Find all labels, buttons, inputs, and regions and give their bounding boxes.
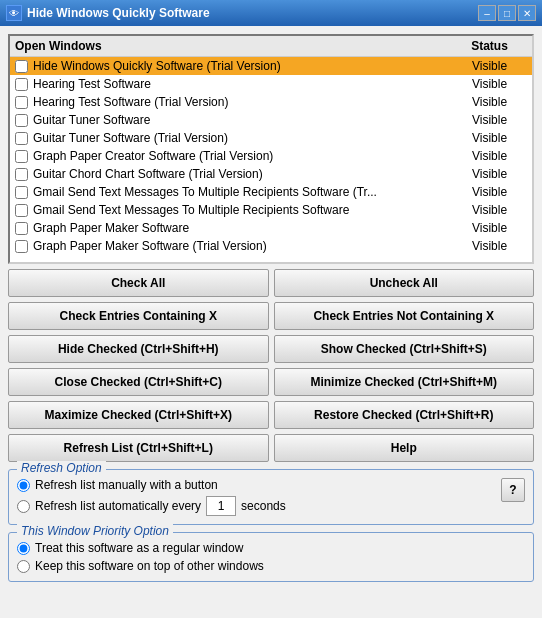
list-item[interactable]: Guitar Chord Chart Software (Trial Versi…	[10, 165, 532, 183]
list-item[interactable]: Hearing Test SoftwareVisible	[10, 75, 532, 93]
column-header-status: Status	[452, 39, 527, 53]
hide-show-row: Hide Checked (Ctrl+Shift+H) Show Checked…	[8, 335, 534, 363]
list-item[interactable]: Hearing Test Software (Trial Version)Vis…	[10, 93, 532, 111]
list-item-checkbox[interactable]	[15, 150, 28, 163]
maximize-button[interactable]: □	[498, 5, 516, 21]
list-item-checkbox[interactable]	[15, 96, 28, 109]
refresh-option-group: Refresh Option Refresh list manually wit…	[8, 469, 534, 525]
list-item-name: Gmail Send Text Messages To Multiple Rec…	[33, 203, 452, 217]
list-item-checkbox[interactable]	[15, 240, 28, 253]
list-item[interactable]: Graph Paper Maker SoftwareVisible	[10, 219, 532, 237]
list-item[interactable]: Hide Windows Quickly Software (Trial Ver…	[10, 57, 532, 75]
check-containing-row: Check Entries Containing X Check Entries…	[8, 302, 534, 330]
list-item[interactable]: Guitar Tuner Software (Trial Version)Vis…	[10, 129, 532, 147]
show-checked-button[interactable]: Show Checked (Ctrl+Shift+S)	[274, 335, 535, 363]
refresh-auto-row: Refresh list automatically every seconds	[17, 496, 501, 516]
list-item-status: Visible	[452, 203, 527, 217]
list-item-status: Visible	[452, 131, 527, 145]
list-item-checkbox[interactable]	[15, 114, 28, 127]
list-item[interactable]: Gmail Send Text Messages To Multiple Rec…	[10, 183, 532, 201]
app-icon: 👁	[6, 5, 22, 21]
main-content: Open Windows Status Hide Windows Quickly…	[0, 26, 542, 618]
refresh-manual-row: Refresh list manually with a button	[17, 478, 501, 492]
list-item-checkbox[interactable]	[15, 204, 28, 217]
help-button[interactable]: Help	[274, 434, 535, 462]
list-item-name: Guitar Tuner Software (Trial Version)	[33, 131, 452, 145]
list-item-status: Visible	[452, 185, 527, 199]
refresh-help-row: Refresh List (Ctrl+Shift+L) Help	[8, 434, 534, 462]
list-item-name: Hearing Test Software	[33, 77, 452, 91]
list-item-status: Visible	[452, 221, 527, 235]
list-item-status: Visible	[452, 149, 527, 163]
minimize-button[interactable]: –	[478, 5, 496, 21]
minimize-checked-button[interactable]: Minimize Checked (Ctrl+Shift+M)	[274, 368, 535, 396]
list-header: Open Windows Status	[10, 36, 532, 57]
list-item-status: Visible	[452, 167, 527, 181]
list-item-checkbox[interactable]	[15, 186, 28, 199]
list-item-status: Visible	[452, 113, 527, 127]
list-item-checkbox[interactable]	[15, 222, 28, 235]
priority-ontop-row: Keep this software on top of other windo…	[17, 559, 525, 573]
close-checked-button[interactable]: Close Checked (Ctrl+Shift+C)	[8, 368, 269, 396]
check-all-button[interactable]: Check All	[8, 269, 269, 297]
title-text: Hide Windows Quickly Software	[27, 6, 210, 20]
refresh-help-small-button[interactable]: ?	[501, 478, 525, 502]
refresh-auto-radio[interactable]	[17, 500, 30, 513]
priority-ontop-radio[interactable]	[17, 560, 30, 573]
refresh-list-button[interactable]: Refresh List (Ctrl+Shift+L)	[8, 434, 269, 462]
refresh-auto-label: Refresh list automatically every	[35, 499, 201, 513]
list-item-name: Graph Paper Creator Software (Trial Vers…	[33, 149, 452, 163]
check-not-containing-button[interactable]: Check Entries Not Containing X	[274, 302, 535, 330]
list-item-checkbox[interactable]	[15, 78, 28, 91]
close-button[interactable]: ✕	[518, 5, 536, 21]
list-item[interactable]: Guitar Tuner SoftwareVisible	[10, 111, 532, 129]
check-all-row: Check All Uncheck All	[8, 269, 534, 297]
list-scroll-area[interactable]: Hide Windows Quickly Software (Trial Ver…	[10, 57, 532, 262]
check-containing-button[interactable]: Check Entries Containing X	[8, 302, 269, 330]
priority-option-title: This Window Priority Option	[17, 524, 173, 538]
list-item[interactable]: Graph Paper Maker Software (Trial Versio…	[10, 237, 532, 255]
refresh-interval-input[interactable]	[206, 496, 236, 516]
priority-regular-radio[interactable]	[17, 542, 30, 555]
list-item-name: Graph Paper Maker Software (Trial Versio…	[33, 239, 452, 253]
list-item[interactable]: Gmail Send Text Messages To Multiple Rec…	[10, 201, 532, 219]
maximize-checked-button[interactable]: Maximize Checked (Ctrl+Shift+X)	[8, 401, 269, 429]
title-bar: 👁 Hide Windows Quickly Software – □ ✕	[0, 0, 542, 26]
maximize-restore-row: Maximize Checked (Ctrl+Shift+X) Restore …	[8, 401, 534, 429]
refresh-option-title: Refresh Option	[17, 461, 106, 475]
list-item-name: Guitar Chord Chart Software (Trial Versi…	[33, 167, 452, 181]
column-header-name: Open Windows	[15, 39, 452, 53]
uncheck-all-button[interactable]: Uncheck All	[274, 269, 535, 297]
list-item-name: Hide Windows Quickly Software (Trial Ver…	[33, 59, 452, 73]
list-item-checkbox[interactable]	[15, 132, 28, 145]
list-item-name: Hearing Test Software (Trial Version)	[33, 95, 452, 109]
list-item-checkbox[interactable]	[15, 60, 28, 73]
hide-checked-button[interactable]: Hide Checked (Ctrl+Shift+H)	[8, 335, 269, 363]
list-item-checkbox[interactable]	[15, 168, 28, 181]
list-item-name: Guitar Tuner Software	[33, 113, 452, 127]
window-list: Open Windows Status Hide Windows Quickly…	[8, 34, 534, 264]
close-minimize-row: Close Checked (Ctrl+Shift+C) Minimize Ch…	[8, 368, 534, 396]
list-item[interactable]: Graph Paper Creator Software (Trial Vers…	[10, 147, 532, 165]
list-item-status: Visible	[452, 95, 527, 109]
seconds-label: seconds	[241, 499, 286, 513]
list-item-name: Graph Paper Maker Software	[33, 221, 452, 235]
refresh-manual-radio[interactable]	[17, 479, 30, 492]
list-item-status: Visible	[452, 77, 527, 91]
priority-ontop-label: Keep this software on top of other windo…	[35, 559, 264, 573]
list-item-status: Visible	[452, 239, 527, 253]
refresh-manual-label: Refresh list manually with a button	[35, 478, 218, 492]
priority-regular-label: Treat this software as a regular window	[35, 541, 243, 555]
list-item-status: Visible	[452, 59, 527, 73]
priority-regular-row: Treat this software as a regular window	[17, 541, 525, 555]
list-item-name: Gmail Send Text Messages To Multiple Rec…	[33, 185, 452, 199]
priority-option-group: This Window Priority Option Treat this s…	[8, 532, 534, 582]
restore-checked-button[interactable]: Restore Checked (Ctrl+Shift+R)	[274, 401, 535, 429]
